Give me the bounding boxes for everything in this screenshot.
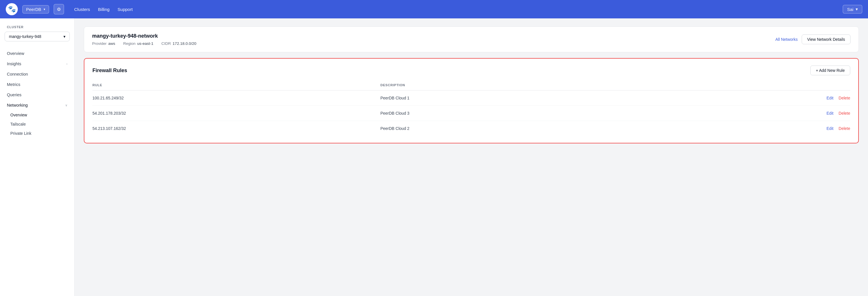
cluster-section-label: CLUSTER	[0, 25, 74, 29]
network-info: mangy-turkey-948-network Provider aws Re…	[92, 33, 196, 46]
sidebar-sub-item-tailscale[interactable]: Tailscale	[0, 119, 74, 129]
nav-clusters[interactable]: Clusters	[74, 7, 90, 12]
sidebar-sub-item-overview[interactable]: Overview	[0, 110, 74, 119]
rule-description: PeerDB Cloud 3	[380, 106, 744, 121]
network-actions: All Networks View Network Details	[775, 34, 850, 44]
insights-chevron-icon: ›	[66, 62, 67, 65]
sidebar-sub-item-private-link[interactable]: Private Link	[0, 129, 74, 138]
user-menu[interactable]: Sai ▾	[843, 5, 862, 14]
network-name: mangy-turkey-948-network	[92, 33, 196, 39]
delete-rule-button[interactable]: Delete	[839, 126, 850, 131]
sidebar-label-networking: Networking	[7, 103, 28, 107]
delete-rule-button[interactable]: Delete	[839, 96, 850, 100]
rule-value: 100.21.65.249/32	[92, 90, 380, 106]
sidebar-item-insights[interactable]: Insights ›	[0, 59, 74, 69]
gear-icon: ⚙	[57, 7, 61, 12]
cluster-selector[interactable]: mangy-turkey-948 ▾	[5, 32, 70, 42]
user-label: Sai	[847, 7, 854, 12]
firewall-rule-row: 100.21.65.249/32 PeerDB Cloud 1 Edit Del…	[92, 90, 850, 106]
delete-rule-button[interactable]: Delete	[839, 111, 850, 115]
sidebar-item-metrics[interactable]: Metrics	[0, 79, 74, 90]
edit-rule-button[interactable]: Edit	[827, 126, 834, 131]
rule-value: 54.201.178.203/32	[92, 106, 380, 121]
main-content: mangy-turkey-948-network Provider aws Re…	[74, 18, 868, 296]
rule-actions: Edit Delete	[744, 106, 850, 121]
firewall-rule-row: 54.201.178.203/32 PeerDB Cloud 3 Edit De…	[92, 106, 850, 121]
col-actions	[744, 81, 850, 90]
sidebar-label-connection: Connection	[7, 72, 28, 76]
rule-description: PeerDB Cloud 1	[380, 90, 744, 106]
sub-label-overview: Overview	[10, 113, 27, 117]
logo: 🐾	[6, 3, 18, 15]
cidr-value: 172.18.0.0/20	[173, 42, 196, 46]
nav-billing[interactable]: Billing	[98, 7, 110, 12]
main-nav: Clusters Billing Support	[74, 7, 133, 12]
brand-label: PeerDB	[26, 7, 41, 12]
all-networks-link[interactable]: All Networks	[775, 37, 798, 42]
settings-button[interactable]: ⚙	[54, 4, 64, 15]
col-rule: RULE	[92, 81, 380, 90]
cluster-chevron-icon: ▾	[63, 34, 65, 39]
sidebar-label-insights: Insights	[7, 61, 21, 66]
add-new-rule-button[interactable]: + Add New Rule	[810, 65, 850, 75]
provider-value: aws	[108, 42, 115, 46]
sub-label-tailscale: Tailscale	[10, 122, 26, 127]
edit-rule-button[interactable]: Edit	[827, 96, 834, 100]
rule-actions: Edit Delete	[744, 90, 850, 106]
network-meta: Provider aws Region us-east-1 CIDR 172.1…	[92, 42, 196, 46]
sub-label-private-link: Private Link	[10, 131, 31, 136]
networking-chevron-icon: ∨	[65, 104, 67, 107]
firewall-title: Firewall Rules	[92, 68, 127, 74]
sidebar-item-connection[interactable]: Connection	[0, 69, 74, 79]
cluster-name: mangy-turkey-948	[9, 34, 41, 39]
edit-rule-button[interactable]: Edit	[827, 111, 834, 115]
provider-label: Provider	[92, 42, 106, 46]
header: 🐾 PeerDB ▾ ⚙ Clusters Billing Support Sa…	[0, 0, 868, 18]
col-description: DESCRIPTION	[380, 81, 744, 90]
sidebar: CLUSTER mangy-turkey-948 ▾ Overview Insi…	[0, 18, 74, 296]
firewall-rule-row: 54.213.107.162/32 PeerDB Cloud 2 Edit De…	[92, 121, 850, 136]
sidebar-label-overview: Overview	[7, 51, 24, 56]
cidr-label: CIDR	[161, 42, 171, 46]
firewall-header: Firewall Rules + Add New Rule	[92, 65, 850, 75]
region-value: us-east-1	[137, 42, 153, 46]
sidebar-item-queries[interactable]: Queries	[0, 90, 74, 100]
brand-selector[interactable]: PeerDB ▾	[22, 5, 49, 14]
region-label: Region	[123, 42, 135, 46]
firewall-card: Firewall Rules + Add New Rule RULE DESCR…	[84, 58, 859, 143]
rule-description: PeerDB Cloud 2	[380, 121, 744, 136]
user-chevron-icon: ▾	[856, 7, 858, 12]
rule-actions: Edit Delete	[744, 121, 850, 136]
firewall-table: RULE DESCRIPTION 100.21.65.249/32 PeerDB…	[92, 81, 850, 136]
rule-value: 54.213.107.162/32	[92, 121, 380, 136]
sidebar-label-queries: Queries	[7, 92, 22, 97]
view-network-details-button[interactable]: View Network Details	[802, 34, 850, 44]
sidebar-label-metrics: Metrics	[7, 82, 20, 87]
nav-support[interactable]: Support	[118, 7, 133, 12]
network-card: mangy-turkey-948-network Provider aws Re…	[84, 26, 859, 52]
brand-chevron-icon: ▾	[43, 7, 45, 11]
sidebar-item-overview[interactable]: Overview	[0, 48, 74, 59]
sidebar-item-networking[interactable]: Networking ∨	[0, 100, 74, 110]
